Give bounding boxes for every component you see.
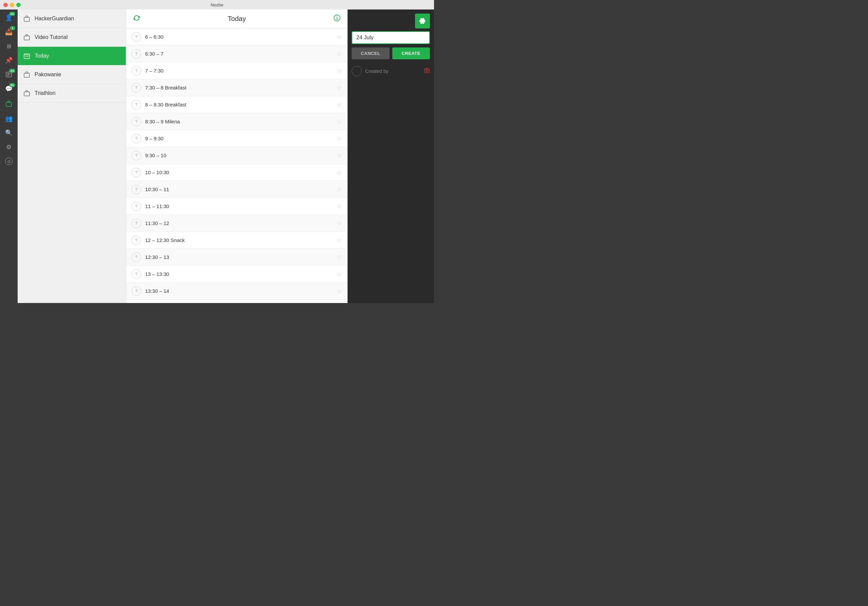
task-star-button[interactable]: ☆: [337, 152, 342, 159]
briefcase-icon: [23, 15, 31, 22]
task-priority-button[interactable]: ?: [132, 66, 141, 76]
task-row[interactable]: ?10 – 10:30☆: [126, 164, 347, 181]
project-item-today[interactable]: Today: [18, 47, 126, 65]
titlebar-buttons: [3, 3, 21, 7]
svg-rect-4: [6, 102, 11, 107]
sidebar-item-help[interactable]: ⊙: [2, 155, 16, 168]
task-priority-button[interactable]: ?: [132, 134, 141, 143]
task-star-button[interactable]: ☆: [337, 220, 342, 227]
task-row[interactable]: ?13:30 – 14☆: [126, 283, 347, 300]
sidebar-item-settings[interactable]: ⚙: [2, 140, 16, 154]
task-row[interactable]: ?13 – 13:30☆: [126, 266, 347, 283]
right-panel: CANCEL CREATE Created by: [347, 9, 434, 303]
today-icon: [23, 52, 31, 60]
task-star-button[interactable]: ☆: [337, 33, 342, 41]
main-header-title: Today: [140, 15, 333, 23]
task-star-button[interactable]: ☆: [337, 118, 342, 125]
task-row[interactable]: ?9:30 – 10☆: [126, 147, 347, 164]
task-star-button[interactable]: ☆: [337, 101, 342, 108]
titlebar: Nozbe: [0, 0, 434, 9]
task-star-button[interactable]: ☆: [337, 67, 342, 74]
task-star-button[interactable]: ☆: [337, 135, 342, 142]
sidebar-item-grid[interactable]: ⊞: [2, 39, 16, 53]
task-star-button[interactable]: ☆: [337, 271, 342, 278]
sidebar-item-inbox[interactable]: 📥 1: [2, 25, 16, 39]
task-row[interactable]: ?12:30 – 13☆: [126, 249, 347, 266]
maximize-button[interactable]: [16, 3, 21, 7]
task-priority-button[interactable]: ?: [132, 219, 141, 228]
task-star-button[interactable]: ☆: [337, 237, 342, 244]
task-row[interactable]: ?7 – 7:30☆: [126, 62, 347, 79]
svg-rect-12: [24, 92, 29, 96]
sidebar-item-calendar[interactable]: 23 23: [2, 68, 16, 81]
new-project-input[interactable]: [352, 31, 430, 44]
task-priority-button[interactable]: ?: [132, 202, 141, 211]
task-priority-button[interactable]: ?: [132, 49, 141, 59]
svg-rect-5: [24, 17, 29, 22]
gear-button[interactable]: [415, 14, 430, 28]
task-row[interactable]: ?14 – 14:30 Nap☆: [126, 300, 347, 303]
task-star-button[interactable]: ☆: [337, 288, 342, 295]
sidebar-item-notifications[interactable]: 💬 41: [2, 82, 16, 96]
briefcase-icon: [5, 100, 12, 109]
svg-rect-2: [7, 75, 9, 76]
task-row[interactable]: ?8:30 – 9 Milena☆: [126, 113, 347, 130]
task-priority-button[interactable]: ?: [132, 100, 141, 110]
task-priority-button[interactable]: ?: [132, 185, 141, 194]
task-label: 9:30 – 10: [145, 153, 333, 158]
project-item-pakowanie[interactable]: Pakowanie: [18, 65, 126, 84]
task-star-button[interactable]: ☆: [337, 169, 342, 176]
task-row[interactable]: ?11 – 11:30☆: [126, 198, 347, 215]
project-name: Pakowanie: [34, 71, 61, 77]
minimize-button[interactable]: [10, 3, 14, 7]
task-priority-button[interactable]: ?: [132, 117, 141, 127]
task-priority-button[interactable]: ?: [132, 168, 141, 177]
create-button[interactable]: CREATE: [392, 48, 430, 59]
project-item-triathlon[interactable]: Triathlon: [18, 84, 126, 103]
task-star-button[interactable]: ☆: [337, 84, 342, 91]
calendar-badge: 23: [9, 69, 15, 73]
panel-buttons: CANCEL CREATE: [352, 48, 430, 59]
info-button[interactable]: [333, 14, 341, 23]
task-priority-button[interactable]: ?: [132, 235, 141, 245]
task-star-button[interactable]: ☆: [337, 50, 342, 58]
notification-badge: 41: [9, 83, 15, 87]
task-star-button[interactable]: ☆: [337, 254, 342, 261]
task-priority-button[interactable]: ?: [132, 151, 141, 160]
inbox-badge: 1: [10, 26, 15, 30]
grid-icon: ⊞: [7, 43, 11, 49]
task-row[interactable]: ?11:30 – 12☆: [126, 215, 347, 232]
project-item-hackguardian[interactable]: HackerGuardian: [18, 9, 126, 28]
task-priority-button[interactable]: ?: [132, 286, 141, 296]
delete-button[interactable]: [424, 68, 430, 75]
task-row[interactable]: ?8 – 8:30 Breakfast☆: [126, 96, 347, 113]
task-label: 12:30 – 13: [145, 254, 333, 260]
close-button[interactable]: [3, 3, 8, 7]
svg-rect-10: [27, 56, 28, 57]
svg-rect-8: [24, 54, 29, 56]
cancel-button[interactable]: CANCEL: [352, 48, 390, 59]
sidebar-item-pin[interactable]: 📌: [2, 54, 16, 67]
task-row[interactable]: ?9 – 9:30☆: [126, 130, 347, 147]
task-list: ?6 – 6:30☆?6:30 – 7☆?7 – 7:30☆?7:30 – 8 …: [126, 28, 347, 303]
task-row[interactable]: ?7:30 – 8 Breakfast☆: [126, 79, 347, 96]
task-star-button[interactable]: ☆: [337, 186, 342, 193]
task-priority-button[interactable]: ?: [132, 269, 141, 279]
task-priority-button[interactable]: ?: [132, 252, 141, 262]
sidebar-item-avatar[interactable]: 👤 41: [2, 11, 16, 25]
task-star-button[interactable]: ☆: [337, 203, 342, 210]
sidebar-item-projects[interactable]: [2, 97, 16, 111]
task-row[interactable]: ?12 – 12:30 Snack☆: [126, 232, 347, 249]
task-row[interactable]: ?6:30 – 7☆: [126, 45, 347, 62]
project-item-videotutorial[interactable]: Video Tutorial: [18, 28, 126, 47]
sidebar-item-team[interactable]: 👥: [2, 112, 16, 125]
task-row[interactable]: ?10:30 – 11☆: [126, 181, 347, 198]
sidebar-item-search[interactable]: 🔍: [2, 126, 16, 140]
task-label: 6:30 – 7: [145, 51, 333, 57]
refresh-button[interactable]: [133, 14, 140, 23]
task-priority-button[interactable]: ?: [132, 83, 141, 93]
task-label: 13 – 13:30: [145, 271, 333, 277]
task-label: 7:30 – 8 Breakfast: [145, 85, 333, 91]
task-priority-button[interactable]: ?: [132, 32, 141, 42]
task-row[interactable]: ?6 – 6:30☆: [126, 28, 347, 45]
